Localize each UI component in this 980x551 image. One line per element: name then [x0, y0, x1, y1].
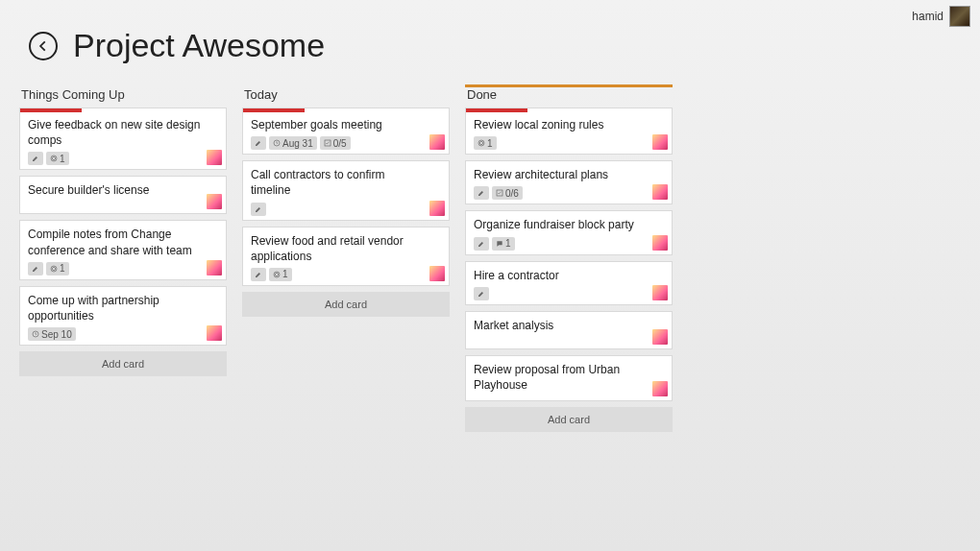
member-avatar[interactable]: [652, 235, 668, 251]
pencil-icon: [32, 155, 39, 162]
card-title: Compile notes from Change conference and…: [28, 227, 218, 257]
pencil-icon: [478, 290, 485, 298]
card-stripe: [243, 108, 449, 112]
list-stripe: [465, 84, 673, 87]
svg-point-2: [52, 267, 55, 270]
card-title: Review architectural plans: [474, 167, 664, 182]
card[interactable]: Come up with partnership opportunitiesSe…: [19, 286, 227, 346]
card[interactable]: Call contractors to confirm timeline: [242, 160, 450, 220]
description-badge: [474, 186, 489, 200]
card[interactable]: Organize fundraiser block party1: [465, 210, 673, 254]
member-avatar[interactable]: [207, 150, 222, 165]
checklist-icon: [324, 139, 331, 147]
badges: 1: [251, 268, 441, 281]
clock-icon: [32, 330, 39, 338]
add-card-button[interactable]: Add card: [465, 407, 673, 432]
card[interactable]: Compile notes from Change conference and…: [19, 220, 227, 279]
list-title: Today: [242, 87, 450, 108]
attachment-icon: [50, 265, 58, 273]
description-badge: [28, 152, 43, 165]
card-title: Market analysis: [474, 318, 664, 333]
member-avatar[interactable]: [429, 134, 445, 150]
card[interactable]: Market analysis: [465, 311, 673, 349]
card[interactable]: Review local zoning rules1: [465, 108, 673, 155]
card-title: Give feedback on new site design comps: [28, 117, 218, 148]
card-title: Secure builder's license: [28, 182, 218, 198]
card[interactable]: Review food and retail vendor applicatio…: [242, 227, 450, 286]
description-badge: [474, 237, 489, 251]
badges: Sep 10: [28, 327, 218, 341]
svg-point-7: [275, 273, 278, 276]
card-title: September goals meeting: [251, 117, 441, 132]
card-title: Organize fundraiser block party: [474, 217, 664, 232]
attachment-badge: 1: [46, 262, 69, 276]
card[interactable]: Hire a contractor: [465, 261, 673, 305]
description-badge: [28, 262, 43, 276]
back-button[interactable]: [29, 32, 58, 60]
attachment-icon: [50, 155, 58, 162]
card[interactable]: Review proposal from Urban Playhouse: [465, 355, 673, 401]
list: TodaySeptember goals meetingAug 310/5Cal…: [242, 87, 450, 317]
member-avatar[interactable]: [207, 325, 222, 341]
due-badge: Sep 10: [28, 327, 76, 341]
card[interactable]: Give feedback on new site design comps1: [19, 108, 227, 170]
member-avatar[interactable]: [652, 285, 668, 300]
member-avatar[interactable]: [652, 381, 668, 396]
user-avatar[interactable]: [949, 6, 970, 27]
member-avatar[interactable]: [429, 201, 445, 216]
svg-point-3: [51, 266, 57, 272]
svg-point-8: [274, 272, 280, 277]
member-avatar[interactable]: [429, 266, 445, 281]
comment-icon: [496, 240, 503, 248]
user-name: hamid: [912, 10, 943, 23]
card-title: Review local zoning rules: [474, 117, 664, 132]
member-avatar[interactable]: [652, 184, 668, 200]
svg-point-10: [478, 140, 484, 146]
badges: 0/6: [474, 186, 664, 200]
pencil-icon: [255, 139, 262, 147]
description-badge: [251, 203, 266, 216]
badges: 1: [474, 237, 664, 251]
clock-icon: [273, 139, 281, 147]
add-card-button[interactable]: Add card: [242, 292, 450, 317]
description-badge: [251, 268, 266, 281]
member-avatar[interactable]: [652, 134, 668, 150]
card-stripe: [20, 108, 226, 112]
svg-point-1: [51, 156, 57, 161]
member-avatar[interactable]: [207, 194, 222, 209]
card[interactable]: Review architectural plans0/6: [465, 160, 673, 204]
card-title: Hire a contractor: [474, 268, 664, 283]
list-title: Things Coming Up: [19, 87, 227, 108]
badges: 1: [474, 136, 664, 150]
card[interactable]: Secure builder's license: [19, 176, 227, 214]
description-badge: [251, 136, 266, 150]
attachment-badge: 1: [46, 152, 69, 165]
description-badge: [474, 287, 489, 300]
add-card-button[interactable]: Add card: [19, 351, 227, 376]
card-title: Call contractors to confirm timeline: [251, 167, 441, 198]
badges: Aug 310/5: [251, 136, 441, 150]
card[interactable]: September goals meetingAug 310/5: [242, 108, 450, 155]
due-badge: Aug 31: [269, 136, 317, 150]
board: Things Coming UpGive feedback on new sit…: [0, 64, 980, 432]
member-avatar[interactable]: [652, 329, 668, 345]
card-title: Come up with partnership opportunities: [28, 293, 218, 323]
list: DoneReview local zoning rules1Review arc…: [465, 87, 673, 432]
user-area[interactable]: hamid: [912, 6, 970, 27]
pencil-icon: [255, 271, 262, 278]
svg-point-0: [52, 157, 55, 160]
checklist-badge: 0/6: [492, 186, 523, 200]
list: Things Coming UpGive feedback on new sit…: [19, 87, 227, 376]
badges: [251, 203, 441, 216]
badges: 1: [28, 262, 218, 276]
member-avatar[interactable]: [207, 260, 222, 276]
attachment-icon: [273, 271, 281, 278]
header: Project Awesome: [0, 0, 980, 64]
badges: 1: [28, 152, 218, 165]
attachment-badge: 1: [474, 136, 497, 150]
board-title: Project Awesome: [73, 27, 325, 64]
card-stripe: [466, 108, 672, 112]
comment-badge: 1: [492, 237, 515, 251]
svg-point-9: [479, 142, 482, 145]
card-title: Review proposal from Urban Playhouse: [474, 362, 664, 393]
